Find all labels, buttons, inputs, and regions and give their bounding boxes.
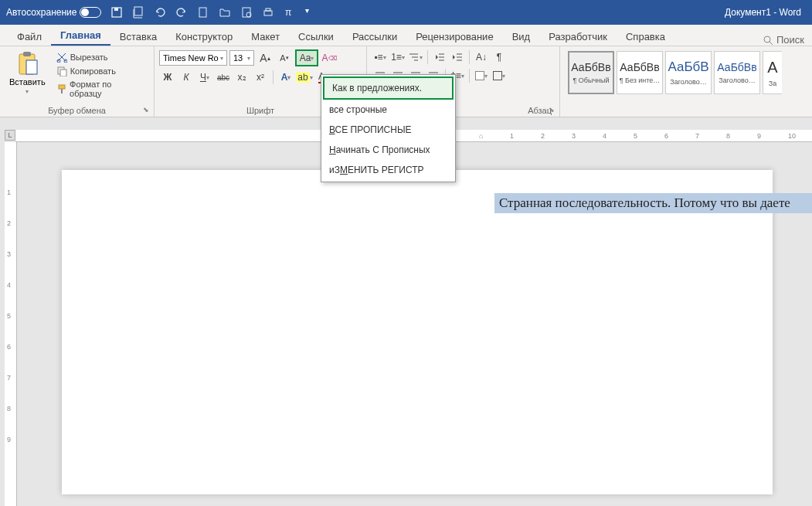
tab-insert[interactable]: Вставка [110,27,166,46]
text-effects-button[interactable]: A▾ [277,70,294,85]
shading-button[interactable]: ▾ [473,68,490,83]
style-title[interactable]: АЗа [763,51,782,94]
tab-view[interactable]: Вид [503,27,540,46]
title-bar: Автосохранение π ▾ Документ1 - Word [0,0,812,25]
change-case-menu: Как в предложениях. все строчные ВСЕ ПРО… [321,74,456,182]
case-sentence[interactable]: Как в предложениях. [323,76,454,100]
subscript-button[interactable]: x₂ [233,70,250,85]
save-icon[interactable] [110,6,123,19]
equation-icon[interactable]: π [284,6,296,19]
font-size-combo[interactable]: 13▾ [229,50,254,66]
borders-button[interactable]: ▾ [491,68,508,83]
strike-button[interactable]: abc [215,70,232,85]
tab-review[interactable]: Рецензирование [406,27,502,46]
underline-button[interactable]: Ч▾ [196,70,213,85]
copy-button[interactable]: Копировать [53,65,146,77]
tab-help[interactable]: Справка [617,27,674,46]
svg-rect-2 [134,7,142,15]
change-case-button[interactable]: Aa▾ [295,49,318,66]
bullets-button[interactable]: ▪≡▾ [372,49,389,65]
clear-format-button[interactable]: A⌫ [321,50,338,66]
format-painter-button[interactable]: Формат по образцу [53,79,146,99]
clipboard-icon [15,51,39,76]
font-name-combo[interactable]: Times New Ro▾ [159,50,227,66]
case-capitalize-each[interactable]: Начинать С Прописных [321,140,455,160]
tab-developer[interactable]: Разработчик [539,27,617,46]
tab-mailings[interactable]: Рассылки [343,27,406,46]
case-uppercase[interactable]: ВСЕ ПРОПИСНЫЕ [321,120,455,140]
paste-button[interactable]: Вставить ▾ [5,49,50,114]
style-heading2[interactable]: АаБбВвЗаголово… [714,51,760,94]
svg-rect-17 [60,70,66,76]
autosave-label: Автосохранение [6,7,76,18]
search-icon [763,35,773,46]
separator [273,70,273,84]
highlight-button[interactable]: ab▾ [296,70,313,85]
bold-button[interactable]: Ж [159,70,176,85]
separator [427,50,428,64]
ruler-corner[interactable]: L [5,130,15,141]
document-title: Документ1 - Word [725,7,801,18]
indent-icon [452,53,463,62]
svg-point-9 [764,36,770,42]
svg-rect-7 [266,8,270,11]
case-toggle[interactable]: иЗМЕНИТЬ РЕГИСТР [321,160,455,180]
chevron-down-icon: ▾ [25,88,29,95]
format-painter-label: Формат по образцу [70,80,143,98]
increase-indent-button[interactable] [449,49,466,65]
multilevel-icon [409,53,420,62]
svg-rect-1 [114,8,118,11]
save-all-icon[interactable] [132,6,144,19]
show-marks-button[interactable]: ¶ [491,49,508,65]
tab-references[interactable]: Ссылки [289,27,343,46]
paragraph-launcher-icon[interactable]: ⬊ [549,106,558,115]
svg-rect-13 [26,60,37,74]
outdent-icon [434,53,445,62]
italic-button[interactable]: К [178,70,195,85]
scissors-icon [56,52,67,63]
tab-file[interactable]: Файл [8,27,51,46]
toggle-off-icon[interactable] [80,7,101,18]
svg-line-10 [770,42,773,45]
tab-design[interactable]: Конструктор [166,27,242,46]
paste-label: Вставить [9,77,46,87]
decrease-indent-button[interactable] [431,49,448,65]
brush-icon [56,83,66,94]
cut-button[interactable]: Вырезать [53,51,146,63]
group-clipboard: Вставить ▾ Вырезать Копировать Формат по… [0,46,155,117]
search-box[interactable]: Поиск [763,34,804,46]
undo-icon[interactable] [154,6,166,19]
clipboard-launcher-icon[interactable]: ⬊ [143,106,152,115]
svg-rect-18 [59,85,65,89]
svg-text:π: π [285,7,291,18]
quick-access-toolbar: π ▾ [110,6,309,19]
style-heading1[interactable]: АаБбВЗаголово… [665,51,712,94]
selected-text[interactable]: Странная последовательность. Потому что … [494,193,812,213]
svg-rect-3 [199,8,206,17]
shrink-font-button[interactable]: A▾ [276,50,293,66]
multilevel-button[interactable]: ▾ [407,49,424,65]
style-normal[interactable]: АаБбВв¶ Обычный [568,51,614,94]
qat-more-icon[interactable]: ▾ [305,6,309,19]
copy-icon [56,66,67,76]
new-doc-icon[interactable] [197,6,209,19]
sort-button[interactable]: A↓ [473,49,490,65]
numbering-button[interactable]: 1≡▾ [389,49,406,65]
document-page[interactable]: Странная последовательность. Потому что … [62,170,773,494]
open-icon[interactable] [219,6,231,19]
svg-rect-19 [61,89,63,93]
grow-font-button[interactable]: A▴ [257,50,273,66]
tab-home[interactable]: Главная [51,25,110,46]
redo-icon[interactable] [175,6,188,19]
search-label: Поиск [776,34,804,46]
chevron-down-icon: ▾ [220,55,223,62]
tab-layout[interactable]: Макет [242,27,289,46]
superscript-button[interactable]: x² [252,70,269,85]
quick-print-icon[interactable] [262,6,274,19]
print-preview-icon[interactable] [240,6,253,19]
vertical-ruler[interactable]: 123456789 [5,142,17,506]
style-nospacing[interactable]: АаБбВв¶ Без инте… [617,51,663,94]
autosave-toggle[interactable]: Автосохранение [6,7,101,18]
separator [469,69,470,83]
case-lowercase[interactable]: все строчные [321,100,455,120]
